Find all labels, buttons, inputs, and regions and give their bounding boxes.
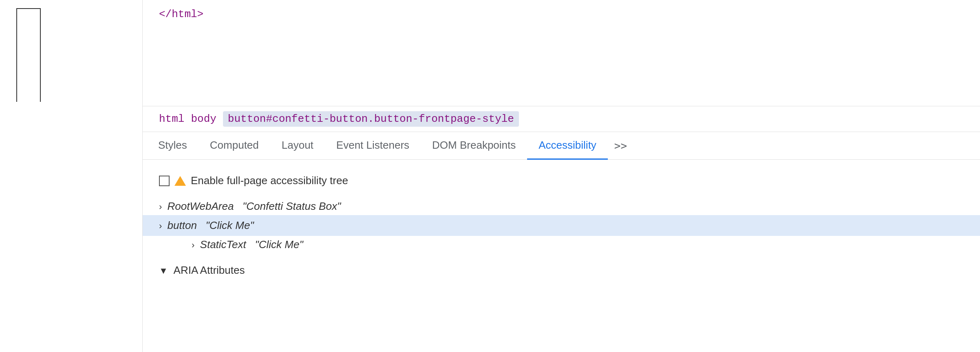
accessibility-tree: › RootWebArea "Confetti Status Box" › bu… (159, 194, 964, 257)
tab-dom-breakpoints[interactable]: DOM Breakpoints (421, 132, 527, 160)
aria-attributes-label: ARIA Attributes (174, 264, 245, 276)
enable-label: Enable full-page accessibility tree (191, 174, 348, 187)
accessibility-content: Enable full-page accessibility tree › Ro… (143, 160, 980, 352)
expand-arrow-root: › (159, 202, 162, 212)
button-node-type: button (168, 219, 197, 231)
breadcrumb-html[interactable]: html (159, 113, 184, 125)
static-text-node-type: StaticText (200, 238, 246, 251)
expand-arrow-static: › (192, 240, 194, 250)
collapse-arrow-aria: ▼ (159, 266, 168, 276)
warning-icon (174, 175, 186, 187)
page-preview-panel (0, 0, 143, 352)
tree-static-text-node[interactable]: › StaticText "Click Me" (159, 236, 964, 253)
warning-triangle (174, 176, 186, 186)
tab-layout[interactable]: Layout (270, 132, 325, 160)
tab-computed[interactable]: Computed (199, 132, 270, 160)
enable-checkbox[interactable] (159, 176, 170, 186)
breadcrumb-bar: html body button#confetti-button.button-… (143, 106, 980, 132)
devtools-panel: </html> html body button#confetti-button… (143, 0, 980, 352)
root-node-type: RootWebArea (168, 200, 234, 212)
tab-accessibility[interactable]: Accessibility (527, 132, 608, 160)
tree-button-node[interactable]: › button "Click Me" (143, 215, 980, 236)
enable-row[interactable]: Enable full-page accessibility tree (159, 168, 964, 194)
tab-more[interactable]: >> (608, 132, 633, 160)
breadcrumb-body[interactable]: body (191, 113, 216, 125)
html-source-area: </html> (143, 0, 980, 106)
button-node-value: "Click Me" (206, 219, 254, 231)
tree-root-web-area[interactable]: › RootWebArea "Confetti Status Box" (159, 198, 964, 215)
static-text-node-value: "Click Me" (255, 238, 303, 251)
root-node-value: "Confetti Status Box" (243, 200, 341, 212)
tab-styles[interactable]: Styles (147, 132, 199, 160)
page-outline (16, 8, 41, 102)
expand-arrow-button: › (159, 221, 162, 231)
tabs-bar: Styles Computed Layout Event Listeners D… (143, 132, 980, 160)
aria-attributes-section[interactable]: ▼ ARIA Attributes (159, 257, 964, 283)
html-closing-tag: </html> (159, 8, 203, 20)
tab-event-listeners[interactable]: Event Listeners (325, 132, 421, 160)
breadcrumb-selected[interactable]: button#confetti-button.button-frontpage-… (223, 111, 519, 127)
